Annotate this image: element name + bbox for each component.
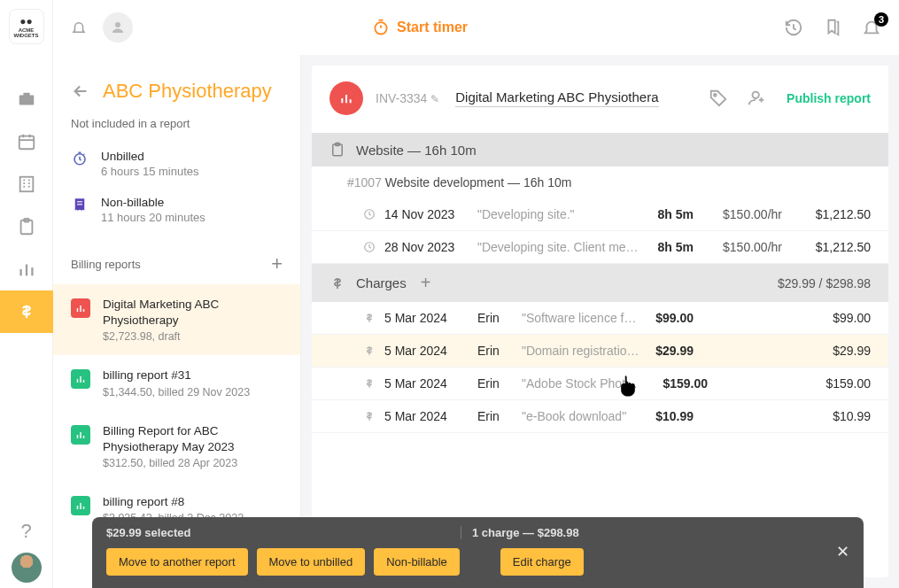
svg-point-41: [753, 92, 759, 98]
topbar: Start timer 3: [53, 0, 899, 55]
unbilled-row[interactable]: Unbilled 6 hours 15 minutes: [53, 141, 300, 187]
charge-amount: $99.00: [651, 311, 694, 325]
dollar-icon: [363, 344, 376, 357]
entry-rate: $150.00/hr: [702, 240, 782, 254]
time-entry-row[interactable]: 28 Nov 2023 "Developing site. Client me……: [312, 231, 888, 264]
charge-note: "e-Book download": [522, 409, 642, 423]
close-icon[interactable]: ✕: [836, 542, 849, 561]
start-timer-label: Start timer: [397, 19, 468, 35]
tag-icon[interactable]: [709, 89, 728, 108]
charge-date: 5 Mar 2024: [384, 409, 469, 423]
charge-row[interactable]: 5 Mar 2024 Erin "e-Book download" $10.99…: [312, 400, 888, 433]
nonbillable-sub: 11 hours 20 minutes: [101, 211, 205, 224]
report-item[interactable]: Billing Report for ABC Physiotherapy May…: [53, 411, 300, 482]
task-id: #1007: [347, 175, 382, 190]
svg-rect-23: [77, 201, 82, 202]
report-item[interactable]: billing report #31 $1,344.50, billed 29 …: [53, 355, 300, 410]
unbilled-label: Unbilled: [101, 150, 199, 163]
charge-summary: 1 charge — $298.98: [461, 526, 579, 539]
nav-rail: ●●ACMEWIDGETS ?: [0, 0, 53, 588]
app-logo[interactable]: ●●ACMEWIDGETS: [9, 9, 44, 44]
charge-row[interactable]: 5 Mar 2024 Erin "Software licence fee." …: [312, 302, 888, 335]
report-item[interactable]: Digital Marketing ABC Physiotherapy $2,7…: [53, 284, 300, 355]
charge-total: $159.00: [791, 376, 871, 391]
client-panel: ABC Physiotherapy Not included in a repo…: [53, 55, 301, 588]
notifications-icon[interactable]: 3: [862, 18, 881, 37]
report-sub: $312.50, billed 28 Apr 2023: [103, 457, 283, 469]
charge-row[interactable]: 5 Mar 2024 Erin "Domain registration fee…: [312, 335, 888, 368]
notifications-badge: 3: [874, 12, 888, 27]
charge-date: 5 Mar 2024: [384, 344, 469, 358]
publish-button[interactable]: Publish report: [787, 91, 871, 105]
edit-icon[interactable]: ✎: [430, 93, 439, 105]
clock-icon: [363, 241, 376, 253]
rail-item-building[interactable]: [0, 163, 53, 205]
clipboard-icon: [329, 142, 345, 158]
report-icon: [71, 298, 90, 318]
nonbillable-button[interactable]: Non-billable: [374, 548, 460, 576]
report-badge-icon: [329, 81, 363, 115]
rail-item-calendar[interactable]: [0, 120, 53, 163]
report-header: INV-3334 ✎ Digital Marketing ABC Physiot…: [312, 66, 888, 133]
dollar-icon: [363, 312, 376, 324]
add-charge-icon[interactable]: +: [421, 273, 431, 293]
svg-rect-1: [23, 93, 29, 97]
rail-avatar[interactable]: [12, 553, 42, 583]
clock-icon: [363, 208, 376, 220]
selection-toolbar: $29.99 selected 1 charge — $298.98 Move …: [92, 517, 864, 588]
nonbillable-label: Non-billable: [101, 196, 205, 209]
charge-person: Erin: [477, 409, 513, 423]
section-website-label: Website — 16h 10m: [356, 143, 477, 158]
unbilled-sub: 6 hours 15 minutes: [101, 165, 199, 178]
invoice-ref[interactable]: INV-3334: [376, 91, 427, 105]
rail-item-reports[interactable]: [0, 248, 53, 290]
section-charges: Charges + $29.99 / $298.98: [312, 264, 888, 302]
move-to-unbilled-button[interactable]: Move to unbilled: [257, 548, 366, 576]
report-title-input[interactable]: Digital Marketing ABC Physiothera: [455, 89, 658, 107]
edit-charge-button[interactable]: Edit charge: [500, 548, 584, 576]
report-title: Digital Marketing ABC Physiotherapy: [103, 297, 283, 329]
rail-item-clipboard[interactable]: [0, 205, 53, 248]
section-charges-label: Charges: [356, 275, 407, 290]
entry-note: "Developing site.": [477, 207, 642, 221]
back-arrow-icon[interactable]: [71, 81, 90, 101]
charge-amount: $10.99: [651, 409, 694, 423]
svg-rect-0: [19, 95, 34, 104]
time-entry-row[interactable]: 14 Nov 2023 "Developing site." 8h 5m $15…: [312, 198, 888, 231]
charge-row[interactable]: 5 Mar 2024 Erin "Adobe Stock Photo co… $…: [312, 368, 888, 400]
report-icon: [71, 496, 90, 515]
dollar-icon: [363, 410, 376, 422]
user-avatar-placeholder[interactable]: [103, 12, 133, 43]
move-to-report-button[interactable]: Move to another report: [106, 548, 248, 576]
nonbillable-row[interactable]: Non-billable 11 hours 20 minutes: [53, 187, 300, 233]
rail-help[interactable]: ?: [0, 510, 53, 553]
svg-point-18: [115, 22, 120, 27]
svg-rect-2: [19, 136, 34, 150]
svg-point-40: [714, 94, 717, 97]
bell-icon[interactable]: [71, 19, 87, 35]
main-area: INV-3334 ✎ Digital Marketing ABC Physiot…: [301, 55, 899, 588]
report-title: billing report #8: [103, 494, 244, 510]
entry-amount: $1,212.50: [791, 207, 871, 221]
dollar-icon: [363, 377, 376, 390]
report-sub: $1,344.50, billed 29 Nov 2023: [103, 386, 250, 398]
charge-total: $10.99: [791, 409, 871, 423]
report-icon: [71, 369, 90, 389]
bookmark-icon[interactable]: [823, 18, 842, 37]
rail-item-billing[interactable]: [0, 290, 53, 333]
charge-total: $29.99: [791, 344, 871, 358]
entry-amount: $1,212.50: [791, 240, 871, 254]
entry-duration: 8h 5m: [651, 207, 694, 221]
rail-item-briefcase[interactable]: [0, 78, 53, 120]
start-timer-button[interactable]: Start timer: [372, 19, 468, 36]
billing-reports-label: Billing reports: [71, 258, 141, 271]
charge-total: $99.00: [791, 311, 871, 325]
person-add-icon[interactable]: [748, 89, 767, 108]
report-icon: [71, 425, 90, 445]
receipt-icon: [71, 196, 89, 213]
task-header[interactable]: #1007 Website development — 16h 10m: [312, 166, 888, 198]
history-icon[interactable]: [784, 18, 803, 37]
add-report-icon[interactable]: +: [271, 252, 283, 275]
charge-note: "Software licence fee.": [522, 311, 642, 325]
client-name: ABC Physiotherapy: [103, 80, 272, 103]
